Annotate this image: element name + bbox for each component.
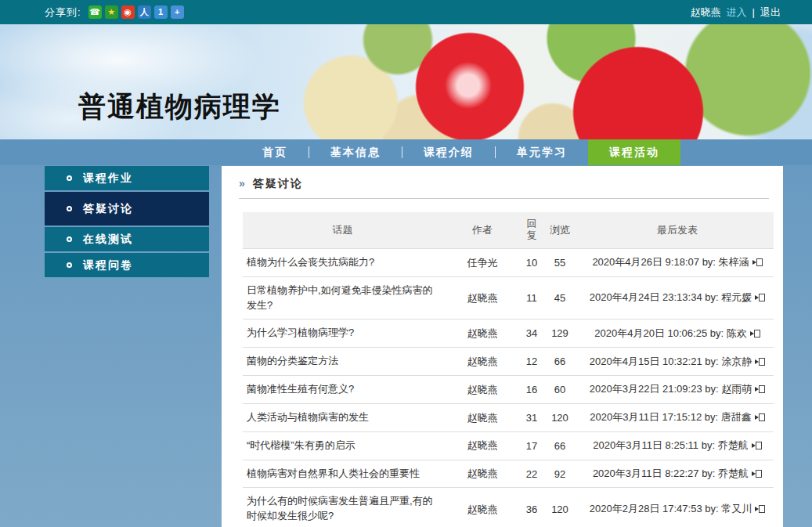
lastpost-author: 唐甜鑫	[721, 411, 752, 423]
replies-cell: 12	[520, 349, 543, 374]
topic-link[interactable]: 植物病害对自然界和人类社会的重要性	[247, 467, 420, 479]
goto-last-post-icon[interactable]	[752, 470, 762, 478]
views-cell: 45	[543, 286, 576, 310]
col-header-author: 作者	[445, 217, 520, 244]
author-cell: 赵晓燕	[445, 460, 520, 487]
by-label: by:	[705, 291, 718, 303]
lastpost-author: 常又川	[721, 503, 752, 514]
goto-last-post-icon[interactable]	[750, 330, 760, 337]
topic-link[interactable]: 为什么学习植物病理学?	[247, 327, 354, 338]
replies-cell: 22	[520, 462, 543, 486]
topic-cell: 植物为什么会丧失抗病能力?	[243, 249, 445, 276]
share-count-icon[interactable]: 1	[154, 5, 168, 19]
share-label: 分享到:	[45, 5, 81, 20]
views-cell: 129	[543, 321, 576, 345]
sidebar-item-3[interactable]: 在线测试	[45, 227, 209, 251]
sidebar-item-4[interactable]: 课程问卷	[45, 253, 209, 277]
lastpost-date: 2020年4月20日 10:06:25	[594, 327, 707, 339]
weibo-share-icon[interactable]: ◉	[121, 5, 135, 19]
lastpost-author: 涂京静	[721, 356, 752, 367]
nav-tab-2[interactable]: 基本信息	[309, 139, 402, 165]
topic-link[interactable]: 人类活动与植物病害的发生	[247, 411, 369, 423]
goto-last-post-icon[interactable]	[755, 385, 765, 393]
col-header-lastpost: 最后发表	[576, 217, 774, 244]
sidebar-item-label: 课程作业	[83, 171, 133, 186]
views-cell: 55	[543, 251, 576, 275]
author-cell: 赵晓燕	[445, 285, 520, 312]
goto-last-post-icon[interactable]	[755, 294, 765, 301]
content-panel: »答疑讨论 话题 作者 回复 浏览 最后发表 植物为什么会丧失抗病能力? 任争光…	[222, 166, 783, 527]
topic-link[interactable]: 日常植物养护中,如何避免非侵染性病害的发生?	[247, 284, 433, 311]
lastpost-date: 2020年3月11日 8:25:11	[593, 439, 698, 451]
sidebar-item-1[interactable]: 课程作业	[45, 166, 209, 190]
renren-share-icon[interactable]: 人	[138, 5, 151, 19]
sidebar-item-2[interactable]: 答疑讨论	[45, 192, 209, 226]
more-share-icon[interactable]: +	[171, 5, 184, 19]
goto-last-post-icon[interactable]	[752, 258, 763, 266]
lastpost-cell: 2020年4月15日 10:32:21 by: 涂京静	[576, 348, 774, 375]
goto-last-post-icon[interactable]	[752, 442, 762, 449]
lastpost-author: 赵雨萌	[721, 383, 752, 395]
lastpost-cell: 2020年3月22日 21:09:23 by: 赵雨萌	[576, 376, 774, 402]
author-cell: 赵晓燕	[445, 320, 520, 347]
nav-tab-3[interactable]: 课程介绍	[402, 139, 495, 165]
nav-tab-5[interactable]: 课程活动	[588, 139, 680, 165]
replies-cell: 31	[520, 406, 543, 430]
lastpost-date: 2020年3月22日 21:09:23	[590, 383, 702, 395]
col-header-views: 浏览	[543, 217, 576, 244]
lastpost-date: 2020年3月11日 8:22:27	[593, 467, 699, 479]
lastpost-date: 2020年4月24日 23:13:34	[590, 291, 702, 303]
replies-cell: 34	[520, 321, 543, 345]
nav-tab-1[interactable]: 首页	[241, 139, 309, 165]
views-cell: 120	[543, 406, 576, 430]
qzone-share-icon[interactable]: ★	[105, 5, 118, 19]
lastpost-date: 2020年2月28日 17:47:53	[590, 503, 702, 514]
by-label: by:	[702, 439, 715, 451]
table-row: “时代楷模”朱有勇的启示 赵晓燕 17 66 2020年3月11日 8:25:1…	[243, 432, 774, 460]
table-row: 日常植物养护中,如何避免非侵染性病害的发生? 赵晓燕 11 45 2020年4月…	[243, 277, 774, 320]
topic-link[interactable]: 植物为什么会丧失抗病能力?	[247, 256, 374, 268]
author-cell: 赵晓燕	[445, 432, 520, 459]
lastpost-cell: 2020年4月20日 10:06:25 by: 陈欢	[576, 320, 774, 347]
nav-tab-4[interactable]: 单元学习	[496, 139, 588, 165]
replies-cell: 10	[520, 251, 543, 275]
course-title: 普通植物病理学	[78, 88, 281, 125]
course-site-page: 分享到: ☎★◉人1+ 赵晓燕 进入 | 退出 普通植物病理学 首页基本信息课程…	[0, 0, 812, 527]
views-cell: 60	[543, 377, 576, 402]
lastpost-date: 2020年4月26日 9:18:07	[592, 256, 699, 268]
lastpost-author: 乔楚航	[718, 467, 749, 479]
goto-last-post-icon[interactable]	[755, 358, 765, 366]
topic-link[interactable]: 菌物的分类鉴定方法	[247, 355, 338, 366]
bullet-icon	[67, 262, 72, 268]
course-banner: 普通植物病理学	[0, 24, 812, 139]
by-label: by:	[702, 256, 716, 268]
enter-link[interactable]: 进入	[727, 5, 747, 20]
replies-cell: 17	[520, 434, 543, 458]
account-area: 赵晓燕 进入 | 退出	[691, 0, 781, 24]
lastpost-cell: 2020年3月11日 8:25:11 by: 乔楚航	[576, 432, 774, 459]
discussion-table: 话题 作者 回复 浏览 最后发表 植物为什么会丧失抗病能力? 任争光 10 55…	[243, 212, 774, 527]
top-bar: 分享到: ☎★◉人1+ 赵晓燕 进入 | 退出	[0, 0, 812, 24]
topic-cell: “时代楷模”朱有勇的启示	[243, 432, 445, 460]
goto-last-post-icon[interactable]	[755, 505, 765, 513]
by-label: by:	[705, 383, 718, 395]
author-cell: 任争光	[445, 250, 520, 276]
wechat-share-icon[interactable]: ☎	[88, 5, 102, 19]
nav-tabs: 首页基本信息课程介绍单元学习课程活动	[241, 139, 680, 165]
table-row: 人类活动与植物病害的发生 赵晓燕 31 120 2020年3月11日 17:15…	[243, 404, 774, 432]
lastpost-date: 2020年4月15日 10:32:21	[590, 356, 702, 367]
table-row: 菌物的分类鉴定方法 赵晓燕 12 66 2020年4月15日 10:32:21 …	[243, 348, 774, 376]
topic-cell: 植物病害对自然界和人类社会的重要性	[243, 460, 445, 488]
sidebar-item-label: 答疑讨论	[83, 202, 133, 216]
logout-link[interactable]: 退出	[760, 5, 781, 20]
topic-link[interactable]: “时代楷模”朱有勇的启示	[247, 439, 355, 451]
views-cell: 66	[543, 434, 576, 458]
topic-link[interactable]: 为什么有的时候病害发生普遍且严重,有的时候却发生很少呢?	[247, 495, 433, 522]
sidebar: 课程作业答疑讨论在线测试课程问卷	[45, 166, 209, 279]
chevrons-icon: »	[239, 177, 247, 190]
lastpost-author: 朱梓涵	[719, 256, 749, 268]
goto-last-post-icon[interactable]	[755, 413, 765, 421]
by-label: by:	[705, 503, 718, 514]
lastpost-cell: 2020年3月11日 8:22:27 by: 乔楚航	[576, 460, 774, 487]
topic-link[interactable]: 菌物准性生殖有何意义?	[247, 383, 354, 395]
